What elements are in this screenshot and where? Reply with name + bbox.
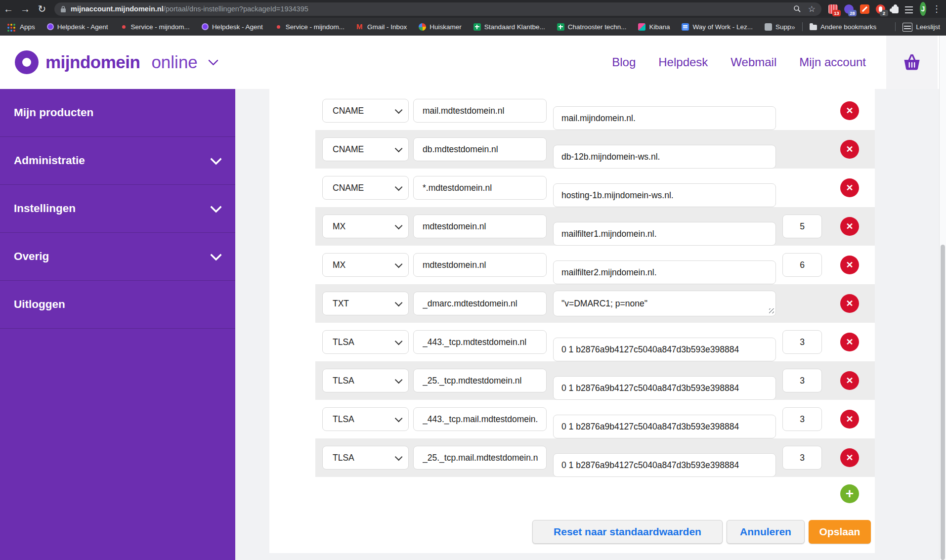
record-type-select[interactable]: MX: [322, 253, 409, 277]
nav-link-blog[interactable]: Blog: [612, 55, 636, 69]
shopping-basket-button[interactable]: [886, 36, 938, 89]
address-bar[interactable]: mijnaccount.mijndomein.nl/portaal/dns-in…: [54, 2, 821, 16]
bookmark-doc-blue[interactable]: Way of Work - Lez...: [682, 23, 753, 31]
sidebar-item-overig[interactable]: Overig: [0, 233, 235, 281]
bookmarks-overflow-icon[interactable]: »: [791, 23, 795, 31]
record-value-input[interactable]: [553, 453, 776, 477]
scrollbar-track[interactable]: [939, 36, 946, 560]
nav-link-helpdesk[interactable]: Helpdesk: [658, 55, 708, 69]
bookmark-doc-gray[interactable]: Support Tooltjes -...: [765, 23, 791, 31]
extension-purple-icon[interactable]: 28: [844, 4, 854, 14]
record-name-input[interactable]: [413, 407, 547, 431]
bookmark-dot-red[interactable]: Service - mijndom...: [120, 23, 190, 31]
record-name-input[interactable]: [413, 292, 547, 315]
record-priority-input[interactable]: [782, 407, 822, 431]
record-value-input[interactable]: [553, 183, 776, 207]
browser-menu-icon[interactable]: ⋮: [932, 3, 941, 14]
record-type-select[interactable]: TLSA: [322, 330, 409, 354]
delete-record-button[interactable]: ✕: [840, 410, 859, 429]
record-value-input[interactable]: [553, 291, 776, 316]
forward-icon[interactable]: →: [17, 3, 34, 15]
record-value-input[interactable]: [553, 415, 776, 438]
extension-red-icon[interactable]: 13: [828, 4, 838, 14]
extension-queue-icon[interactable]: [905, 6, 913, 13]
bookmark-multi[interactable]: Huiskamer: [419, 23, 462, 31]
record-name-input[interactable]: [413, 330, 547, 354]
delete-record-button[interactable]: ✕: [840, 178, 859, 197]
delete-record-button[interactable]: ✕: [840, 294, 859, 313]
record-name-input[interactable]: [413, 215, 547, 238]
sidebar-item-mijn-producten[interactable]: Mijn producten: [0, 89, 235, 137]
delete-record-button[interactable]: ✕: [840, 101, 859, 120]
record-name-input[interactable]: [413, 176, 547, 200]
record-value-wrap: [553, 176, 776, 200]
record-value-input[interactable]: [553, 338, 776, 361]
extension-puzzle-icon[interactable]: [892, 6, 899, 13]
record-type-select[interactable]: MX: [322, 215, 409, 238]
reset-defaults-button[interactable]: Reset naar standaardwaarden: [532, 520, 723, 544]
record-name-input[interactable]: [413, 137, 547, 161]
record-priority-input[interactable]: [782, 215, 822, 238]
record-value-input[interactable]: [553, 376, 776, 400]
delete-record-button[interactable]: ✕: [840, 333, 859, 351]
refresh-icon[interactable]: ↻: [34, 3, 50, 15]
add-record-button[interactable]: +: [840, 484, 859, 503]
sidebar-item-administratie[interactable]: Administratie: [0, 137, 235, 185]
bookmark-gmail[interactable]: Gmail - Inbox: [356, 23, 407, 31]
record-name-input[interactable]: [413, 253, 547, 277]
extension-redcircle-icon[interactable]: 2: [876, 4, 885, 14]
record-type-select[interactable]: CNAME: [322, 176, 409, 200]
record-value-input[interactable]: [553, 222, 776, 246]
record-priority-input[interactable]: [782, 369, 822, 392]
delete-record-button[interactable]: ✕: [840, 140, 859, 159]
scrollbar-thumb[interactable]: [941, 245, 945, 560]
reading-list-button[interactable]: Leeslijst: [903, 22, 940, 32]
url-host: mijnaccount.mijndomein.nl: [71, 5, 164, 13]
record-type-select[interactable]: TLSA: [322, 446, 409, 470]
back-icon[interactable]: ←: [0, 3, 17, 15]
bookmark-sheet-green[interactable]: Chatrooster techn...: [557, 23, 627, 31]
record-type-select[interactable]: TXT: [322, 292, 409, 315]
bookmark-kibana[interactable]: Kibana: [638, 23, 670, 31]
bookmark-apps-grid[interactable]: Apps: [5, 21, 35, 33]
record-value-input[interactable]: [553, 145, 776, 169]
record-name-input[interactable]: [413, 99, 547, 123]
record-type-select[interactable]: TLSA: [322, 369, 409, 392]
nav-link-webmail[interactable]: Webmail: [731, 55, 776, 69]
bookmark-label: Way of Work - Lez...: [692, 23, 753, 31]
zoom-icon[interactable]: [793, 5, 801, 13]
record-value-input[interactable]: [553, 260, 776, 284]
record-name-input[interactable]: [413, 369, 547, 392]
record-name-input[interactable]: [413, 446, 547, 470]
other-bookmarks-button[interactable]: Andere bookmarks: [810, 23, 876, 31]
bookmark-dot-red[interactable]: Service - mijndom...: [275, 23, 344, 31]
profile-avatar[interactable]: J: [920, 2, 926, 16]
delete-record-button[interactable]: ✕: [840, 217, 859, 236]
bookmark-star-icon[interactable]: ☆: [808, 4, 816, 14]
nav-link-mijn-account[interactable]: Mijn account: [799, 55, 866, 69]
delete-record-button[interactable]: ✕: [840, 371, 859, 390]
record-priority-input[interactable]: [782, 330, 822, 354]
save-button[interactable]: Opslaan: [809, 520, 871, 544]
extensions-area: 13282: [828, 4, 913, 14]
record-type-select[interactable]: CNAME: [322, 99, 409, 123]
brand-logo[interactable]: mijndomein online: [15, 36, 217, 89]
sidebar-item-uitloggen[interactable]: Uitloggen: [0, 281, 235, 329]
chevron-down-icon: [395, 106, 403, 114]
sidebar-item-instellingen[interactable]: Instellingen: [0, 185, 235, 233]
bookmark-dot-purple[interactable]: Helpdesk - Agent: [47, 23, 108, 31]
delete-record-button[interactable]: ✕: [840, 448, 859, 467]
resize-grip-icon[interactable]: [769, 308, 774, 313]
bookmark-dot-purple[interactable]: Helpdesk - Agent: [202, 23, 263, 31]
cancel-button[interactable]: Annuleren: [727, 520, 805, 544]
record-priority-input[interactable]: [782, 253, 822, 277]
delete-record-button[interactable]: ✕: [840, 256, 859, 274]
record-type-select[interactable]: CNAME: [322, 137, 409, 161]
record-type-value: TXT: [333, 299, 395, 309]
record-priority-input[interactable]: [782, 446, 822, 470]
record-value-input[interactable]: [553, 106, 776, 130]
extension-orange-icon[interactable]: [860, 4, 869, 14]
record-type-select[interactable]: TLSA: [322, 407, 409, 431]
dns-record-row: TLSA ✕: [315, 323, 875, 361]
bookmark-sheet-green[interactable]: Standaard Klantbe...: [473, 23, 545, 31]
